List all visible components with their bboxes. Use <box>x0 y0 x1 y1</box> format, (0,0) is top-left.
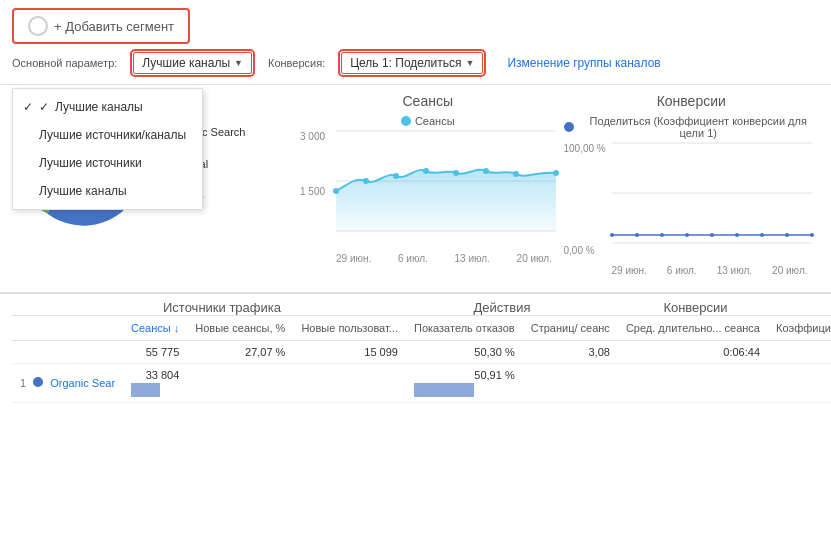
add-segment-circle-icon <box>28 16 48 36</box>
sessions-y-mid: 1 500 <box>300 186 325 197</box>
totals-duration: 0:06:44 <box>618 341 768 364</box>
dropdown-item-label-1: Лучшие источники/каналы <box>39 128 186 142</box>
primary-param-label: Основной параметр: <box>12 57 117 69</box>
sessions-legend-label: Сеансы <box>415 115 455 127</box>
date-2: 6 июл. <box>398 253 428 264</box>
sessions-bar-1 <box>131 383 160 397</box>
col-sessions[interactable]: Сеансы ↓ <box>123 316 187 341</box>
date-4: 20 июл. <box>517 253 552 264</box>
change-group-link[interactable]: Изменение группы каналов <box>507 56 660 70</box>
primary-dropdown-menu: ✓ Лучшие каналы Лучшие источники/каналы … <box>12 88 203 210</box>
conversions-title: Конверсии <box>564 93 820 109</box>
sessions-dates: 29 июн. 6 июл. 13 июл. 20 июл. <box>300 253 556 264</box>
totals-row: 55 775 27,07 % 15 099 50,30 % 3,08 0:06:… <box>12 341 831 364</box>
dropdown-item-1[interactable]: Лучшие источники/каналы <box>13 121 202 149</box>
svg-point-24 <box>810 233 814 237</box>
conv-date-1: 29 июн. <box>612 265 647 276</box>
conversion-dropdown-label: Цель 1: Поделиться <box>350 56 461 70</box>
conv-dates: 29 июн. 6 июл. 13 июл. 20 июл. <box>564 265 812 276</box>
sessions-section: Сеансы Сеансы 3 000 1 500 <box>300 93 556 276</box>
group-titles-row: Источники трафика Действия Конверсии <box>0 293 831 315</box>
conv-subtitle-text: Поделиться (Коэффициент конверсии для це… <box>578 115 820 139</box>
dropdown-item-label-3: Лучшие каналы <box>39 184 127 198</box>
row1-conv-rate: 0,00 % <box>768 364 831 403</box>
sessions-y-max: 3 000 <box>300 131 325 142</box>
svg-point-19 <box>685 233 689 237</box>
col-bounce: Показатель отказов <box>406 316 523 341</box>
svg-point-6 <box>363 178 369 184</box>
add-segment-button[interactable]: + Добавить сегмент <box>12 8 190 44</box>
row1-duration <box>618 364 768 403</box>
checkmark-icon: ✓ <box>39 100 49 114</box>
col-channel <box>12 316 123 341</box>
conv-line-chart <box>612 143 812 243</box>
row1-bounce: 50,91 % <box>406 364 523 403</box>
primary-dropdown-button[interactable]: Лучшие каналы ▼ <box>133 52 252 74</box>
add-segment-row: + Добавить сегмент <box>0 0 831 48</box>
add-segment-label: + Добавить сегмент <box>54 19 174 34</box>
row1-pages <box>523 364 618 403</box>
totals-bounce: 50,30 % <box>406 341 523 364</box>
svg-point-12 <box>553 170 559 176</box>
conv-date-2: 6 июл. <box>667 265 697 276</box>
conversion-dropdown-button[interactable]: Цель 1: Поделиться ▼ <box>341 52 483 74</box>
col-new-users: Новые пользоват... <box>293 316 406 341</box>
svg-point-9 <box>453 170 459 176</box>
svg-point-20 <box>710 233 714 237</box>
col-duration: Сред. длительно... сеанса <box>618 316 768 341</box>
sessions-title: Сеансы <box>300 93 556 109</box>
dropdown-item-3[interactable]: Лучшие каналы <box>13 177 202 205</box>
row1-new-users <box>293 364 406 403</box>
data-table: Сеансы ↓ Новые сеансы, % Новые пользоват… <box>12 315 831 403</box>
svg-point-17 <box>635 233 639 237</box>
dropdown-item-2[interactable]: Лучшие источники <box>13 149 202 177</box>
row-num-1: 1 <box>20 377 26 389</box>
bounce-bar-1 <box>414 383 474 397</box>
channel-link-1[interactable]: Organic Sear <box>50 377 115 389</box>
conv-date-3: 13 июл. <box>717 265 752 276</box>
svg-point-16 <box>610 233 614 237</box>
svg-point-18 <box>660 233 664 237</box>
totals-new-sessions: 27,07 % <box>187 341 293 364</box>
conv-dot-icon <box>564 122 574 132</box>
svg-point-23 <box>785 233 789 237</box>
totals-sessions: 55 775 <box>123 341 187 364</box>
sessions-dot-icon <box>401 116 411 126</box>
bottom-table: Источники трафика Действия Конверсии Сеа… <box>0 292 831 403</box>
conv-date-4: 20 июл. <box>772 265 807 276</box>
date-1: 29 июн. <box>336 253 371 264</box>
sort-arrow-icon: ↓ <box>174 322 180 334</box>
col-conv-rate: Коэффици... конверсии для цели 1 <box>768 316 831 341</box>
conv-y-max: 100,00 % <box>564 143 606 154</box>
date-3: 13 июл. <box>455 253 490 264</box>
sessions-chart-area: 3 000 1 500 <box>300 131 556 251</box>
table-header-row: Сеансы ↓ Новые сеансы, % Новые пользоват… <box>12 316 831 341</box>
sessions-legend: Сеансы <box>300 115 556 127</box>
dropdown-item-label-2: Лучшие источники <box>39 156 142 170</box>
totals-new-users: 15 099 <box>293 341 406 364</box>
group-sources-title: Источники трафика <box>12 300 432 315</box>
svg-point-10 <box>483 168 489 174</box>
conversions-subtitle: Поделиться (Коэффициент конверсии для це… <box>564 115 820 139</box>
svg-point-21 <box>735 233 739 237</box>
svg-point-5 <box>333 188 339 194</box>
col-pages: Страниц/ сеанс <box>523 316 618 341</box>
conv-y-min: 0,00 % <box>564 245 595 256</box>
dropdown-item-0[interactable]: ✓ Лучшие каналы <box>13 93 202 121</box>
totals-pages: 3,08 <box>523 341 618 364</box>
row1-new-sessions <box>187 364 293 403</box>
col-new-sessions: Новые сеансы, % <box>187 316 293 341</box>
params-bar: Основной параметр: Лучшие каналы ▼ Конве… <box>0 48 831 80</box>
svg-point-11 <box>513 171 519 177</box>
group-actions-title: Действия <box>432 300 572 315</box>
group-conversions-title: Конверсии <box>572 300 819 315</box>
channel-dot-1 <box>33 377 43 387</box>
top-bar: + Добавить сегмент Основной параметр: Лу… <box>0 0 831 80</box>
primary-dropdown-arrow-icon: ▼ <box>234 58 243 68</box>
row1-sessions: 33 804 <box>123 364 187 403</box>
row1-channel[interactable]: 1 Organic Sear <box>12 364 123 403</box>
svg-point-8 <box>423 168 429 174</box>
conversion-dropdown-arrow-icon: ▼ <box>466 58 475 68</box>
table-row: 1 Organic Sear 33 804 50,91 % 0,00 % <box>12 364 831 403</box>
dropdown-item-label-0: Лучшие каналы <box>55 100 143 114</box>
